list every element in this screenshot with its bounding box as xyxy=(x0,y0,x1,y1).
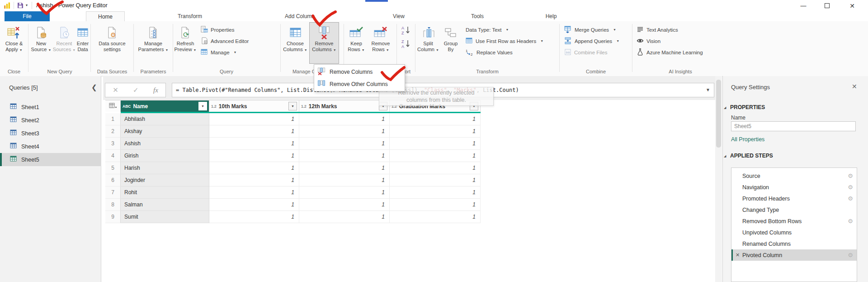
query-name-input[interactable] xyxy=(731,121,856,131)
remove-columns-button[interactable]: Remove Columns▼ xyxy=(309,22,339,64)
cell-value[interactable]: 1 xyxy=(299,174,390,186)
row-number[interactable]: 7 xyxy=(105,186,121,199)
collapse-section-icon[interactable]: ◢ xyxy=(724,154,726,158)
delete-step-icon[interactable]: ✕ xyxy=(736,252,740,258)
cell-value[interactable]: 1 xyxy=(390,211,481,223)
cell-value[interactable]: 1 xyxy=(390,174,481,186)
menu-item-remove-other-columns[interactable]: Remove Other Columns xyxy=(314,78,405,90)
cell-value[interactable]: 1 xyxy=(390,125,481,138)
merge-queries-button[interactable]: Merge Queries ▼ xyxy=(564,24,619,35)
cell-value[interactable]: 1 xyxy=(390,113,481,125)
minimize-button[interactable]: — xyxy=(793,0,814,11)
cancel-formula-icon[interactable]: ✕ xyxy=(113,86,118,94)
cell-value[interactable]: 1 xyxy=(209,138,299,150)
query-item-sheet2[interactable]: Sheet2 xyxy=(0,114,101,127)
row-number[interactable]: 1 xyxy=(105,113,121,125)
tab-help[interactable]: Help xyxy=(538,11,564,21)
cell-value[interactable]: 1 xyxy=(299,186,390,199)
replace-values-button[interactable]: 12 Replace Values xyxy=(466,47,543,58)
step-removed-bottom-rows[interactable]: Removed Bottom Rows⚙ xyxy=(731,215,857,227)
cell-value[interactable]: 1 xyxy=(299,138,390,150)
row-number[interactable]: 2 xyxy=(105,125,121,138)
close-and-apply-button[interactable]: Close & Apply▼ xyxy=(5,22,23,64)
column-header-10th-marks[interactable]: 1.2 10th Marks ▼ xyxy=(209,100,299,112)
split-column-button[interactable]: Split Column▼ xyxy=(416,22,440,64)
query-item-sheet4[interactable]: Sheet4 xyxy=(0,140,101,153)
cell-value[interactable]: 1 xyxy=(299,199,390,211)
row-number[interactable]: 4 xyxy=(105,150,121,162)
query-item-sheet3[interactable]: Sheet3 xyxy=(0,127,101,140)
recent-sources-button[interactable]: Recent Sources▼ xyxy=(52,22,76,64)
row-number[interactable]: 5 xyxy=(105,162,121,174)
collapse-section-icon[interactable]: ◢ xyxy=(724,106,726,110)
combine-files-button[interactable]: Combine Files xyxy=(564,47,619,58)
manage-parameters-button[interactable]: Manage Parameters▼ xyxy=(135,22,171,64)
expand-formula-bar-icon[interactable]: ▼ xyxy=(706,87,710,92)
tab-file[interactable]: File xyxy=(5,11,50,21)
filter-icon[interactable]: ▼ xyxy=(288,102,297,110)
row-number[interactable]: 8 xyxy=(105,199,121,211)
cell-value[interactable]: 1 xyxy=(209,162,299,174)
cell-value[interactable]: 1 xyxy=(390,186,481,199)
quick-access-caret-icon[interactable]: ▾ xyxy=(26,3,28,7)
column-header-name[interactable]: ABC Name ▼ xyxy=(121,100,209,112)
data-source-settings-button[interactable]: ⚙ Data source settings xyxy=(92,22,132,64)
vision-button[interactable]: Vision xyxy=(637,35,703,47)
keep-rows-button[interactable]: Keep Rows▼ xyxy=(344,22,368,64)
step-changed-type[interactable]: Changed Type xyxy=(731,204,857,215)
collapse-queries-pane-icon[interactable]: ❮ xyxy=(91,83,97,91)
properties-button[interactable]: Properties xyxy=(201,24,249,35)
tab-view[interactable]: View xyxy=(385,11,412,21)
cell-value[interactable]: 1 xyxy=(299,211,390,223)
use-first-row-as-headers-button[interactable]: Use First Row as Headers ▼ xyxy=(466,35,543,47)
row-number[interactable]: 3 xyxy=(105,138,121,150)
cell-name[interactable]: Rohit xyxy=(121,186,209,199)
cell-value[interactable]: 1 xyxy=(209,211,299,223)
gear-icon[interactable]: ⚙ xyxy=(848,172,853,179)
cell-value[interactable]: 1 xyxy=(209,150,299,162)
query-item-sheet5-selected[interactable]: Sheet5 xyxy=(0,153,101,166)
close-settings-icon[interactable]: ✕ xyxy=(852,83,857,90)
all-properties-link[interactable]: All Properties xyxy=(731,136,764,143)
cell-value[interactable]: 1 xyxy=(209,186,299,199)
tab-home[interactable]: Home xyxy=(86,11,125,22)
choose-columns-button[interactable]: Choose Columns▼ xyxy=(281,22,309,64)
gear-icon[interactable]: ⚙ xyxy=(848,184,853,191)
cell-value[interactable]: 1 xyxy=(209,199,299,211)
advanced-editor-button[interactable]: Advanced Editor xyxy=(201,35,249,47)
cell-value[interactable]: 1 xyxy=(390,199,481,211)
cell-value[interactable]: 1 xyxy=(299,150,390,162)
remove-rows-button[interactable]: Remove Rows▼ xyxy=(368,22,393,64)
step-renamed-columns[interactable]: Renamed Columns xyxy=(731,238,857,249)
menu-item-remove-columns[interactable]: Remove Columns xyxy=(314,66,405,78)
gear-icon[interactable]: ⚙ xyxy=(848,252,853,258)
sort-descending-button[interactable]: ZA xyxy=(401,38,411,50)
close-button[interactable]: ✕ xyxy=(842,0,863,11)
refresh-preview-button[interactable]: ⟳ Refresh Preview▼ xyxy=(174,22,197,64)
table-corner-button[interactable] xyxy=(105,100,121,112)
cell-name[interactable]: Sumit xyxy=(121,211,209,223)
step-pivoted-column-selected[interactable]: ✕ Pivoted Column⚙ xyxy=(731,249,857,261)
cell-name[interactable]: Akshay xyxy=(121,125,209,138)
query-item-sheet1[interactable]: Sheet1 xyxy=(0,100,101,114)
column-header-12th-marks[interactable]: 1.2 12th Marks ▼ xyxy=(299,100,390,112)
gear-icon[interactable]: ⚙ xyxy=(848,218,853,225)
sort-ascending-button[interactable]: AZ xyxy=(401,25,411,37)
tab-tools[interactable]: Tools xyxy=(463,11,491,21)
row-number[interactable]: 9 xyxy=(105,211,121,223)
cell-name[interactable]: Harish xyxy=(121,162,209,174)
gear-icon[interactable]: ⚙ xyxy=(848,195,853,202)
step-source[interactable]: Source⚙ xyxy=(731,170,857,182)
cell-value[interactable]: 1 xyxy=(209,113,299,125)
cell-value[interactable]: 1 xyxy=(299,162,390,174)
azure-machine-learning-button[interactable]: Azure Machine Learning xyxy=(637,47,703,58)
step-promoted-headers[interactable]: Promoted Headers⚙ xyxy=(731,193,857,204)
filter-icon[interactable]: ▼ xyxy=(198,102,207,110)
text-analytics-button[interactable]: Text Analytics xyxy=(637,24,703,35)
grid-scrollbar-thumb[interactable] xyxy=(716,80,721,148)
cell-name[interactable]: Girish xyxy=(121,150,209,162)
data-type-button[interactable]: Data Type: Text ▼ xyxy=(466,24,543,35)
cell-name[interactable]: Salman xyxy=(121,199,209,211)
cell-value[interactable]: 1 xyxy=(390,150,481,162)
manage-button[interactable]: Manage ▼ xyxy=(201,47,249,58)
